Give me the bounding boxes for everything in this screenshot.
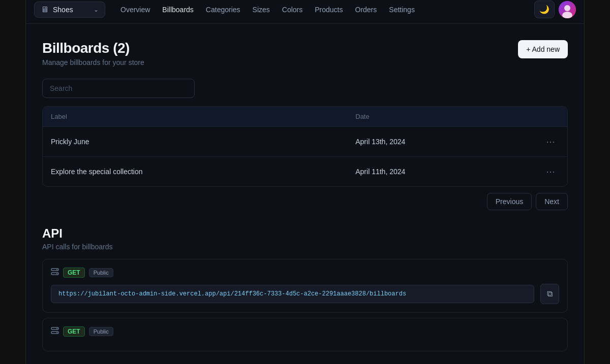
chevron-down-icon: ⌄ [94, 6, 99, 13]
nav-right: 🌙 [534, 1, 576, 18]
billboards-table: Label Date Prickly June April 13th, 2024… [42, 106, 568, 187]
column-header-label: Label [43, 107, 347, 127]
api-url-row: https://jubilant-octo-admin-side.vercel.… [51, 284, 559, 304]
api-card-header: GET Public [51, 326, 559, 337]
nav-item-products[interactable]: Products [310, 3, 348, 17]
app-window: 🖥 Shoes ⌄ Overview Billboards Categories… [25, 0, 585, 364]
svg-point-10 [56, 332, 57, 333]
row-menu-button[interactable]: ⋯ [542, 164, 559, 179]
row-actions: ⋯ [534, 157, 567, 187]
nav-links: Overview Billboards Categories Sizes Col… [115, 3, 530, 17]
api-card-header: GET Public [51, 268, 559, 278]
pagination: Previous Next [42, 193, 568, 210]
previous-button[interactable]: Previous [487, 193, 532, 210]
main-content: Billboards (2) Manage billboards for you… [26, 24, 584, 364]
next-button[interactable]: Next [536, 193, 568, 210]
nav-item-colors[interactable]: Colors [277, 3, 308, 17]
page-header: Billboards (2) Manage billboards for you… [42, 40, 568, 67]
api-section: API API calls for billboards GET Public [42, 226, 568, 351]
svg-point-9 [56, 328, 57, 329]
visibility-badge: Public [89, 327, 113, 336]
store-selector[interactable]: 🖥 Shoes ⌄ [34, 2, 105, 18]
server-icon [51, 326, 59, 337]
visibility-badge: Public [89, 268, 113, 277]
table-header-row: Label Date [43, 107, 567, 127]
api-title: API [42, 226, 568, 241]
row-menu-button[interactable]: ⋯ [542, 134, 559, 149]
nav-item-settings[interactable]: Settings [384, 3, 420, 17]
add-new-button[interactable]: + Add new [518, 40, 568, 58]
api-card-1: GET Public https://jubilant-octo-admin-s… [42, 259, 568, 313]
top-nav: 🖥 Shoes ⌄ Overview Billboards Categories… [26, 0, 584, 24]
nav-item-sizes[interactable]: Sizes [248, 3, 275, 17]
page-header-left: Billboards (2) Manage billboards for you… [42, 40, 144, 67]
row-date: April 11th, 2024 [347, 157, 534, 187]
api-card-2: GET Public [42, 318, 568, 351]
column-header-date: Date [347, 107, 534, 127]
page-title: Billboards (2) [42, 40, 144, 56]
api-subtitle: API calls for billboards [42, 243, 568, 251]
store-label: Shoes [53, 6, 73, 14]
row-actions: ⋯ [534, 127, 567, 157]
nav-item-overview[interactable]: Overview [115, 3, 155, 17]
nav-item-categories[interactable]: Categories [201, 3, 246, 17]
server-icon [51, 268, 59, 278]
nav-item-billboards[interactable]: Billboards [157, 3, 198, 17]
store-icon: 🖥 [41, 5, 49, 14]
table-row: Prickly June April 13th, 2024 ⋯ [43, 127, 567, 157]
row-date: April 13th, 2024 [347, 127, 534, 157]
page-subtitle: Manage billboards for your store [42, 58, 144, 67]
table-row: Explore the special collection April 11t… [43, 157, 567, 187]
search-container [42, 79, 568, 98]
svg-point-5 [56, 269, 57, 270]
row-label: Explore the special collection [43, 157, 347, 187]
avatar[interactable] [559, 1, 576, 18]
copy-button[interactable]: ⧉ [540, 284, 559, 304]
svg-point-1 [564, 5, 570, 11]
search-input[interactable] [42, 79, 195, 98]
theme-toggle-button[interactable]: 🌙 [534, 1, 555, 18]
row-label: Prickly June [43, 127, 347, 157]
nav-item-orders[interactable]: Orders [350, 3, 382, 17]
method-badge: GET [63, 326, 85, 337]
api-url: https://jubilant-octo-admin-side.vercel.… [51, 285, 534, 303]
column-header-actions [534, 107, 567, 127]
svg-point-6 [56, 273, 57, 274]
method-badge: GET [63, 268, 85, 278]
